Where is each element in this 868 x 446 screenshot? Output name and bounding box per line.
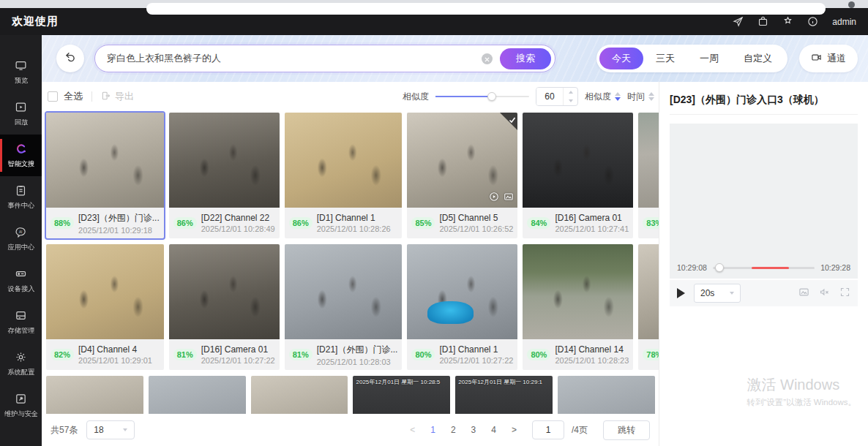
sidebar-item-playback[interactable]: 回放 [0,93,42,135]
extensions-icon[interactable] [782,16,793,27]
maintenance-icon [15,393,27,405]
send-icon[interactable] [733,16,744,27]
sidebar-item-smart-search[interactable]: 智能文搜 [0,135,42,176]
filter-custom[interactable]: 自定义 [731,48,785,69]
similarity-badge: 88% [50,217,74,229]
fullscreen-icon[interactable] [839,287,850,301]
jump-button[interactable]: 跳转 [603,420,650,440]
search-input[interactable]: 穿白色上衣和黑色裤子的人 搜索 [94,45,555,72]
info-icon[interactable] [807,16,818,27]
svg-text:AI: AI [19,230,22,233]
video-player[interactable]: 10:29:08 10:29:28 [670,124,858,279]
sidebar-item-storage[interactable]: 存储管理 [0,301,42,343]
result-thumbnail[interactable] [407,244,517,339]
jump-page-input[interactable] [532,420,564,439]
result-card[interactable]: 88% [D23]（外围）门诊... 2025/12/01 10:29:18 [46,113,164,238]
result-card[interactable]: 81% [D16] Camera 01 2025/12/01 10:27:22 [169,244,280,370]
sort-by-time[interactable]: 时间 [627,91,654,103]
similarity-badge: 85% [411,217,435,229]
result-thumbnail[interactable] [285,113,403,208]
filter-today[interactable]: 今天 [599,48,643,69]
similarity-slider[interactable] [435,96,529,97]
select-all-checkbox[interactable] [48,91,58,102]
similarity-stepper [563,88,577,105]
result-thumbnail[interactable] [251,376,348,414]
result-card[interactable]: 81% [D21]（外围）门诊... 2025/12/01 10:28:03 [285,244,403,370]
pagination-bar: 共57条 18 < 1 2 3 4 > /4页 [42,414,659,446]
slider-handle[interactable] [487,92,496,101]
result-thumbnail[interactable] [169,113,280,208]
snapshot-icon[interactable] [798,287,809,301]
result-thumbnail[interactable] [46,376,143,414]
sort-asc-icon [648,92,654,96]
camera-name: [D21]（外围）门诊... [317,344,398,356]
video-timeline: 10:29:08 10:29:28 [677,263,850,272]
similarity-badge: 81% [173,349,197,360]
search-query[interactable]: 穿白色上衣和黑色裤子的人 [107,52,482,65]
search-button[interactable]: 搜索 [500,48,551,69]
result-card[interactable]: 86% [D1] Channel 1 2025/12/01 10:28:26 [285,113,403,238]
undo-button[interactable] [56,45,84,72]
result-thumbnail[interactable] [169,244,280,339]
snapshot-icon[interactable] [504,192,514,205]
result-thumbnail[interactable] [558,376,655,414]
browser-address-bar[interactable] [146,3,826,15]
timeline-handle[interactable] [715,263,724,272]
similarity-badge: 82% [50,349,74,360]
similarity-badge: 80% [411,349,435,360]
clip-length-select[interactable]: 20s [694,284,741,303]
prev-page-button[interactable]: < [410,425,415,435]
capture-time: 2025/12/01 10:27:41 [555,224,629,233]
sidebar-item-app-center[interactable]: AI 应用中心 [0,218,42,260]
sidebar-item-maintenance-security[interactable]: 维护与安全 [0,385,42,426]
capture-time: 2025/12/01 10:28:26 [317,224,391,233]
stepper-up-icon[interactable] [564,88,577,97]
sidebar-item-event-center[interactable]: 事件中心 [0,176,42,218]
result-card[interactable]: 86% [D22] Channel 22 2025/12/01 10:28:49 [169,113,280,238]
result-thumbnail[interactable] [46,244,164,339]
check-icon [509,113,516,126]
mute-icon[interactable] [819,287,830,301]
clear-search-button[interactable] [482,53,493,64]
package-icon[interactable] [757,16,768,27]
camera-name: [D23]（外围）门诊... [78,212,160,224]
user-name[interactable]: admin [832,17,856,27]
sidebar-item-system-config[interactable]: 系统配置 [0,343,42,385]
result-thumbnail[interactable]: 2025年12月01日 星期一 10:29:1 [455,376,553,414]
result-card[interactable]: 80% [D1] Channel 1 2025/12/01 10:27:22 [407,244,517,370]
filter-week[interactable]: 一周 [687,48,731,69]
browser-profile-avatar[interactable] [848,1,855,8]
result-thumbnail[interactable] [285,244,403,339]
toolbar-divider [91,91,92,102]
result-thumbnail[interactable] [46,113,164,208]
result-card[interactable]: 82% [D4] Channel 4 2025/12/01 10:29:01 [46,244,164,370]
stepper-down-icon[interactable] [564,97,577,105]
sort-desc-icon [648,97,654,101]
play-circle-icon[interactable] [489,192,499,205]
select-all-label[interactable]: 全选 [64,90,83,103]
page-number-4[interactable]: 4 [491,425,496,435]
result-card[interactable]: 80% [D14] Channel 14 2025/12/01 10:28:23 [523,244,633,370]
page-number-1[interactable]: 1 [430,425,435,435]
capture-time: 2025/12/01 10:28:03 [317,358,398,366]
result-thumbnail[interactable] [149,376,246,414]
channel-button[interactable]: 通道 [799,45,858,72]
result-card[interactable]: 84% [D16] Camera 01 2025/12/01 10:27:41 [523,113,633,238]
result-thumbnail[interactable] [523,113,633,208]
next-page-button[interactable]: > [512,425,517,435]
sort-by-similarity[interactable]: 相似度 [585,91,621,103]
result-thumbnail[interactable] [523,244,633,339]
sidebar-item-device-access[interactable]: 设备接入 [0,260,42,301]
timeline-track[interactable] [713,267,815,269]
export-button[interactable]: 导出 [101,90,134,103]
page-size-select[interactable]: 18 [86,420,135,439]
similarity-value-input[interactable] [536,88,563,105]
filter-three-days[interactable]: 三天 [643,48,687,69]
result-thumbnail[interactable]: 2025年12月01日 星期一 10:28:5 [353,376,450,414]
page-number-3[interactable]: 3 [471,425,476,435]
result-card-hovered[interactable]: 85% [D5] Channel 5 2025/12/01 10:26:52 [407,113,517,238]
sidebar-item-preview[interactable]: 预览 [0,51,42,93]
page-number-2[interactable]: 2 [451,425,456,435]
play-icon[interactable] [677,288,685,298]
result-thumbnail[interactable] [407,113,517,208]
